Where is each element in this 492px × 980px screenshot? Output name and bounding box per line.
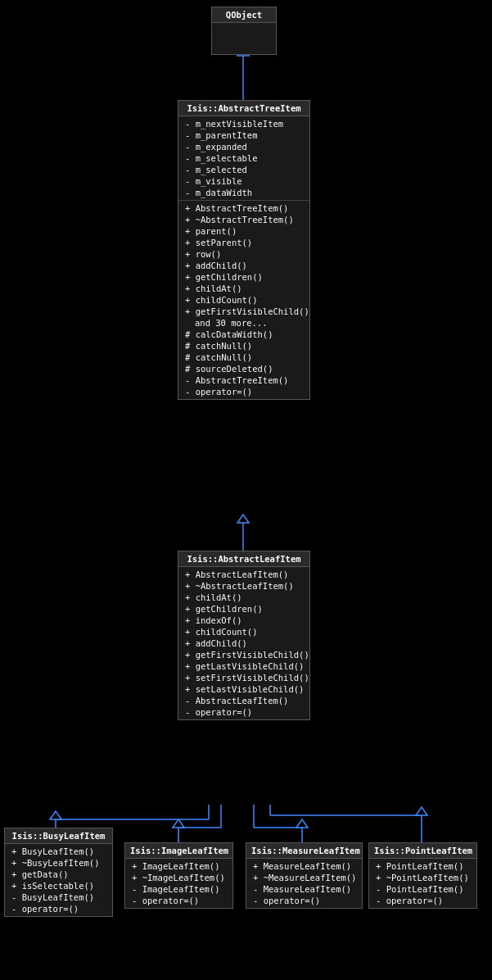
method-line: + PointLeafItem() [374, 860, 472, 872]
method-line: + BusyLeafItem() [10, 846, 107, 857]
svg-marker-15 [296, 819, 308, 828]
measure-leaf-item-title: Isis::MeasureLeafItem [246, 843, 362, 859]
method-line: + getFirstVisibleChild() [183, 649, 305, 660]
method-line: + getChildren() [183, 603, 305, 615]
method-line: + ImageLeafItem() [130, 860, 228, 872]
method-line: - operator=() [374, 895, 472, 906]
method-line: - operator=() [183, 706, 305, 718]
abstract-leaf-item-box: Isis::AbstractLeafItem + AbstractLeafIte… [178, 551, 310, 720]
method-line: + setParent() [183, 237, 305, 248]
method-line: - ImageLeafItem() [130, 883, 228, 895]
field-line: - m_visible [183, 175, 305, 187]
measure-leaf-item-methods: + MeasureLeafItem() + ~MeasureLeafItem()… [246, 859, 362, 908]
method-line: + ~ImageLeafItem() [130, 872, 228, 883]
field-line: - m_dataWidth [183, 187, 305, 198]
method-line: + parent() [183, 225, 305, 237]
point-leaf-item-methods: + PointLeafItem() + ~PointLeafItem() - P… [369, 859, 476, 908]
image-leaf-item-methods: + ImageLeafItem() + ~ImageLeafItem() - I… [125, 859, 232, 908]
method-line: + childAt() [183, 592, 305, 603]
method-line: # sourceDeleted() [183, 363, 305, 374]
field-line: - m_parentItem [183, 129, 305, 141]
method-line: + AbstractLeafItem() [183, 569, 305, 580]
abstract-tree-item-fields: - m_nextVisibleItem - m_parentItem - m_e… [178, 116, 309, 201]
method-line: + childCount() [183, 294, 305, 306]
method-line: + isSelectable() [10, 880, 107, 892]
method-line: + ~MeasureLeafItem() [251, 872, 357, 883]
busy-leaf-item-methods: + BusyLeafItem() + ~BusyLeafItem() + get… [5, 844, 112, 916]
svg-marker-7 [50, 811, 61, 819]
method-line: + ~AbstractLeafItem() [183, 580, 305, 592]
method-line: + addChild() [183, 260, 305, 271]
qobject-title: QObject [212, 7, 276, 23]
image-leaf-item-box: Isis::ImageLeafItem + ImageLeafItem() + … [124, 842, 233, 909]
method-line: - operator=() [183, 386, 305, 397]
method-line: + AbstractTreeItem() [183, 202, 305, 214]
abstract-leaf-item-methods: + AbstractLeafItem() + ~AbstractLeafItem… [178, 567, 309, 719]
method-line: + childAt() [183, 283, 305, 294]
method-line: + ~AbstractTreeItem() [183, 214, 305, 225]
method-line: + indexOf() [183, 615, 305, 626]
method-line: - MeasureLeafItem() [251, 883, 357, 895]
svg-marker-3 [237, 515, 249, 523]
method-line: + row() [183, 248, 305, 260]
field-line: - m_nextVisibleItem [183, 118, 305, 129]
method-line: + getData() [10, 869, 107, 880]
method-line: - PointLeafItem() [374, 883, 472, 895]
point-leaf-item-box: Isis::PointLeafItem + PointLeafItem() + … [368, 842, 477, 909]
method-line: + childCount() [183, 626, 305, 637]
abstract-tree-item-box: Isis::AbstractTreeItem - m_nextVisibleIt… [178, 100, 310, 400]
method-line: # catchNull() [183, 352, 305, 363]
method-line: - BusyLeafItem() [10, 892, 107, 903]
method-line: # catchNull() [183, 340, 305, 352]
method-line: and 30 more... [183, 317, 305, 329]
method-line: - operator=() [10, 903, 107, 914]
field-line: - m_selected [183, 164, 305, 175]
busy-leaf-item-box: Isis::BusyLeafItem + BusyLeafItem() + ~B… [4, 828, 113, 917]
method-line: + setFirstVisibleChild() [183, 672, 305, 683]
field-line: - m_selectable [183, 152, 305, 164]
field-line: - m_expanded [183, 141, 305, 152]
method-line: - AbstractLeafItem() [183, 695, 305, 706]
method-line: + setLastVisibleChild() [183, 683, 305, 695]
method-line: + getLastVisibleChild() [183, 660, 305, 672]
point-leaf-item-title: Isis::PointLeafItem [369, 843, 476, 859]
method-line: + addChild() [183, 637, 305, 649]
method-line: + getFirstVisibleChild() [183, 306, 305, 317]
measure-leaf-item-box: Isis::MeasureLeafItem + MeasureLeafItem(… [246, 842, 363, 909]
svg-marker-19 [416, 807, 427, 815]
busy-leaf-item-title: Isis::BusyLeafItem [5, 828, 112, 844]
method-line: + getChildren() [183, 271, 305, 283]
method-line: + ~PointLeafItem() [374, 872, 472, 883]
abstract-tree-item-title: Isis::AbstractTreeItem [178, 101, 309, 116]
qobject-box: QObject [211, 7, 277, 55]
diagram-container: QObject Isis::AbstractTreeItem - m_nextV… [0, 0, 492, 980]
abstract-tree-item-methods: + AbstractTreeItem() + ~AbstractTreeItem… [178, 201, 309, 399]
method-line: + MeasureLeafItem() [251, 860, 357, 872]
method-line: + ~BusyLeafItem() [10, 857, 107, 869]
method-line: - AbstractTreeItem() [183, 374, 305, 386]
image-leaf-item-title: Isis::ImageLeafItem [125, 843, 232, 859]
method-line: # calcDataWidth() [183, 329, 305, 340]
method-line: - operator=() [251, 895, 357, 906]
abstract-leaf-item-title: Isis::AbstractLeafItem [178, 551, 309, 567]
method-line: - operator=() [130, 895, 228, 906]
svg-marker-11 [173, 819, 184, 828]
